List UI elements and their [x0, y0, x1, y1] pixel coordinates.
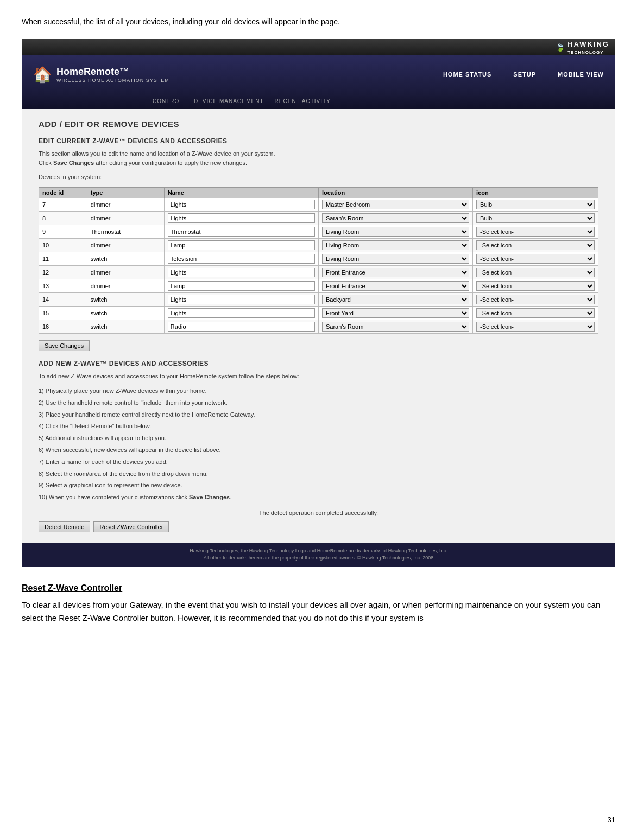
- cell-icon[interactable]: Bulb-Select Icon-SwitchThermostatTVRadio…: [473, 320, 598, 333]
- cell-icon[interactable]: Bulb-Select Icon-SwitchThermostatTVRadio…: [473, 265, 598, 279]
- nav-setup[interactable]: SETUP: [502, 66, 547, 83]
- content-area: ADD / EDIT OR REMOVE DEVICES EDIT CURREN…: [22, 109, 615, 543]
- device-name-input[interactable]: [168, 322, 315, 332]
- device-location-select[interactable]: Master BedroomSarah's RoomLiving RoomFro…: [322, 281, 469, 291]
- device-location-select[interactable]: Master BedroomSarah's RoomLiving RoomFro…: [322, 213, 469, 223]
- sub-nav-recent-activity[interactable]: RECENT ACTIVITY: [275, 98, 331, 104]
- device-location-select[interactable]: Master BedroomSarah's RoomLiving RoomFro…: [322, 322, 469, 332]
- cell-name[interactable]: [164, 320, 318, 333]
- device-name-input[interactable]: [168, 254, 315, 264]
- device-name-input[interactable]: [168, 240, 315, 250]
- table-row: 16switchMaster BedroomSarah's RoomLiving…: [39, 320, 598, 333]
- action-buttons: Detect Remote Reset ZWave Controller: [39, 521, 598, 532]
- cell-name[interactable]: [164, 265, 318, 279]
- device-location-select[interactable]: Master BedroomSarah's RoomLiving RoomFro…: [322, 240, 469, 250]
- cell-node-id: 16: [39, 320, 87, 333]
- cell-name[interactable]: [164, 306, 318, 320]
- bottom-text: To clear all devices from your Gateway, …: [22, 599, 615, 625]
- step-item: 10) When you have completed your customi…: [39, 492, 598, 503]
- device-location-select[interactable]: Master BedroomSarah's RoomLiving RoomFro…: [322, 254, 469, 264]
- cell-location[interactable]: Master BedroomSarah's RoomLiving RoomFro…: [318, 198, 472, 211]
- cell-name[interactable]: [164, 225, 318, 238]
- cell-node-id: 13: [39, 279, 87, 292]
- cell-icon[interactable]: Bulb-Select Icon-SwitchThermostatTVRadio…: [473, 306, 598, 320]
- cell-location[interactable]: Master BedroomSarah's RoomLiving RoomFro…: [318, 238, 472, 252]
- cell-location[interactable]: Master BedroomSarah's RoomLiving RoomFro…: [318, 292, 472, 306]
- cell-icon[interactable]: Bulb-Select Icon-SwitchThermostatTVRadio…: [473, 225, 598, 238]
- cell-icon[interactable]: Bulb-Select Icon-SwitchThermostatTVRadio…: [473, 292, 598, 306]
- hawking-leaf-icon: 🍃: [556, 43, 565, 52]
- device-icon-select[interactable]: Bulb-Select Icon-SwitchThermostatTVRadio…: [476, 308, 595, 318]
- device-icon-select[interactable]: Bulb-Select Icon-SwitchThermostatTVRadio…: [476, 213, 595, 223]
- cell-type: switch: [87, 292, 164, 306]
- device-name-input[interactable]: [168, 268, 315, 277]
- step-item: 7) Enter a name for each of the devices …: [39, 457, 598, 468]
- device-location-select[interactable]: Master BedroomSarah's RoomLiving RoomFro…: [322, 295, 469, 304]
- cell-name[interactable]: [164, 292, 318, 306]
- device-name-input[interactable]: [168, 213, 315, 223]
- device-icon-select[interactable]: Bulb-Select Icon-SwitchThermostatTVRadio…: [476, 322, 595, 332]
- cell-icon[interactable]: Bulb-Select Icon-SwitchThermostatTVRadio…: [473, 252, 598, 265]
- cell-name[interactable]: [164, 198, 318, 211]
- cell-icon[interactable]: Bulb-Select Icon-SwitchThermostatTVRadio…: [473, 211, 598, 225]
- cell-name[interactable]: [164, 238, 318, 252]
- brand-house-icon: 🏠: [33, 66, 52, 84]
- device-name-input[interactable]: [168, 295, 315, 304]
- th-type: type: [87, 187, 164, 198]
- device-location-select[interactable]: Master BedroomSarah's RoomLiving RoomFro…: [322, 308, 469, 318]
- detect-remote-button[interactable]: Detect Remote: [39, 521, 90, 532]
- brand-sub: Wireless Home Automation System: [56, 78, 169, 83]
- cell-location[interactable]: Master BedroomSarah's RoomLiving RoomFro…: [318, 252, 472, 265]
- table-row: 9ThermostatMaster BedroomSarah's RoomLiv…: [39, 225, 598, 238]
- main-panel: 🍃 HAWKING TECHNOLOGY 🏠 HomeRemote™ Wirel…: [22, 39, 615, 567]
- device-name-input[interactable]: [168, 281, 315, 291]
- table-row: 7dimmerMaster BedroomSarah's RoomLiving …: [39, 198, 598, 211]
- cell-location[interactable]: Master BedroomSarah's RoomLiving RoomFro…: [318, 225, 472, 238]
- step-item: 8) Select the room/area of the device fr…: [39, 469, 598, 480]
- reset-controller-button[interactable]: Reset ZWave Controller: [93, 521, 169, 532]
- device-location-select[interactable]: Master BedroomSarah's RoomLiving RoomFro…: [322, 268, 469, 277]
- sub-nav-device-management[interactable]: DEVICE MANAGEMENT: [194, 98, 264, 104]
- cell-name[interactable]: [164, 252, 318, 265]
- device-name-input[interactable]: [168, 227, 315, 237]
- cell-type: switch: [87, 320, 164, 333]
- cell-node-id: 12: [39, 265, 87, 279]
- add-section-title: ADD NEW Z-WAVE™ DEVICES AND ACCESSORIES: [39, 360, 598, 367]
- save-changes-button[interactable]: Save Changes: [39, 340, 90, 351]
- table-row: 11switchMaster BedroomSarah's RoomLiving…: [39, 252, 598, 265]
- device-icon-select[interactable]: Bulb-Select Icon-SwitchThermostatTVRadio…: [476, 200, 595, 209]
- device-icon-select[interactable]: Bulb-Select Icon-SwitchThermostatTVRadio…: [476, 281, 595, 291]
- device-icon-select[interactable]: Bulb-Select Icon-SwitchThermostatTVRadio…: [476, 268, 595, 277]
- cell-location[interactable]: Master BedroomSarah's RoomLiving RoomFro…: [318, 265, 472, 279]
- cell-icon[interactable]: Bulb-Select Icon-SwitchThermostatTVRadio…: [473, 279, 598, 292]
- cell-name[interactable]: [164, 211, 318, 225]
- cell-name[interactable]: [164, 279, 318, 292]
- cell-location[interactable]: Master BedroomSarah's RoomLiving RoomFro…: [318, 211, 472, 225]
- bottom-title: Reset Z-Wave Controller: [22, 583, 615, 593]
- th-nodeid: node id: [39, 187, 87, 198]
- cell-node-id: 10: [39, 238, 87, 252]
- brand-name: HomeRemote™: [56, 66, 169, 78]
- device-icon-select[interactable]: Bulb-Select Icon-SwitchThermostatTVRadio…: [476, 254, 595, 264]
- device-icon-select[interactable]: Bulb-Select Icon-SwitchThermostatTVRadio…: [476, 295, 595, 304]
- cell-icon[interactable]: Bulb-Select Icon-SwitchThermostatTVRadio…: [473, 238, 598, 252]
- cell-type: dimmer: [87, 238, 164, 252]
- device-icon-select[interactable]: Bulb-Select Icon-SwitchThermostatTVRadio…: [476, 227, 595, 237]
- panel-footer: Hawking Technologies, the Hawking Techno…: [22, 543, 615, 567]
- nav-home-status[interactable]: HOME STATUS: [432, 66, 502, 83]
- device-location-select[interactable]: Master BedroomSarah's RoomLiving RoomFro…: [322, 200, 469, 209]
- step-item: 4) Click the "Detect Remote" button belo…: [39, 421, 598, 432]
- cell-location[interactable]: Master BedroomSarah's RoomLiving RoomFro…: [318, 279, 472, 292]
- device-name-input[interactable]: [168, 308, 315, 318]
- cell-type: dimmer: [87, 211, 164, 225]
- device-icon-select[interactable]: Bulb-Select Icon-SwitchThermostatTVRadio…: [476, 240, 595, 250]
- device-location-select[interactable]: Master BedroomSarah's RoomLiving RoomFro…: [322, 227, 469, 237]
- nav-mobile-view[interactable]: MOBILE VIEW: [547, 66, 615, 83]
- cell-location[interactable]: Master BedroomSarah's RoomLiving RoomFro…: [318, 306, 472, 320]
- table-row: 14switchMaster BedroomSarah's RoomLiving…: [39, 292, 598, 306]
- sub-nav-control[interactable]: CONTROL: [153, 98, 183, 104]
- cell-icon[interactable]: Bulb-Select Icon-SwitchThermostatTVRadio…: [473, 198, 598, 211]
- nav-links: HOME STATUS SETUP MOBILE VIEW: [432, 55, 615, 93]
- cell-location[interactable]: Master BedroomSarah's RoomLiving RoomFro…: [318, 320, 472, 333]
- device-name-input[interactable]: [168, 200, 315, 209]
